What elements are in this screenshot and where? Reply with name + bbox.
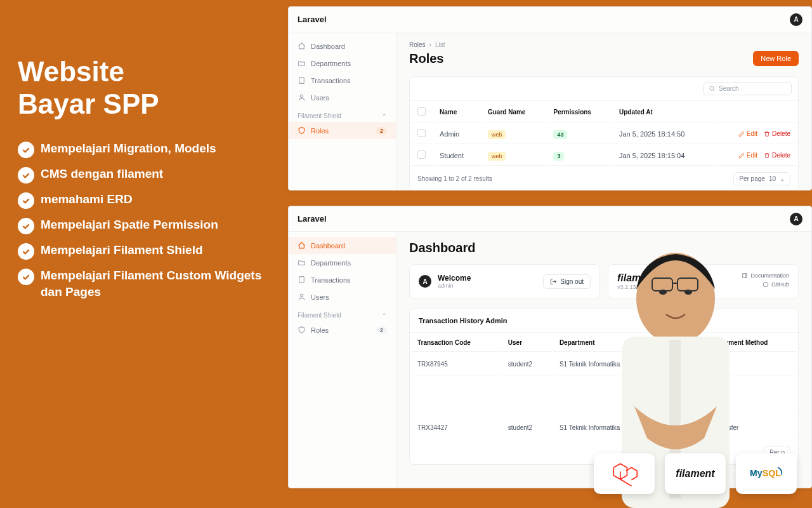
col-user[interactable]: User: [502, 334, 552, 352]
per-page-value: 10: [769, 175, 776, 182]
sidebar-item-dashboard[interactable]: Dashboard: [289, 237, 396, 254]
feature-item: Mempelajari Migration, Models: [18, 140, 284, 158]
filament-logo: filament: [617, 272, 656, 284]
chevron-down-icon: ⌄: [780, 175, 785, 182]
col-guard[interactable]: Guard Name: [481, 102, 546, 123]
edit-button[interactable]: Edit: [738, 130, 757, 137]
shield-icon: [298, 126, 306, 135]
delete-button[interactable]: Delete: [764, 152, 790, 159]
panel-header: Laravel A: [289, 206, 811, 232]
trash-icon: [764, 131, 770, 137]
sidebar-item-transactions[interactable]: Transactions: [289, 72, 396, 89]
signout-icon: [550, 278, 557, 285]
cell-dept: S1 Teknik Informatika: [553, 353, 652, 376]
permission-badge: 3: [553, 152, 564, 161]
chevron-up-icon: ⌃: [382, 312, 387, 319]
check-icon: [18, 269, 34, 285]
row-checkbox[interactable]: [417, 129, 426, 137]
col-name[interactable]: Name: [433, 102, 480, 123]
cell-user: student2: [502, 353, 552, 376]
feature-item: CMS dengan filament: [18, 166, 284, 184]
search-placeholder: Search: [719, 85, 739, 92]
sidebar-item-departments[interactable]: Departments: [289, 55, 396, 72]
col-permissions[interactable]: Permissions: [547, 102, 612, 123]
nav-label: Transactions: [311, 77, 351, 84]
avatar: A: [419, 275, 431, 288]
feature-text: Mempelajari Migration, Models: [41, 140, 216, 157]
col-method[interactable]: Payment Method: [710, 334, 797, 352]
breadcrumb-root[interactable]: Roles: [409, 41, 426, 48]
github-icon: [763, 281, 769, 288]
feature-text: memahami ERD: [41, 191, 133, 208]
nav-label: Users: [311, 94, 329, 102]
laravel-logo: [594, 453, 655, 494]
guard-badge: web: [488, 152, 506, 161]
chevron-right-icon: ›: [429, 41, 431, 48]
edit-button[interactable]: Edit: [738, 152, 757, 159]
col-updated[interactable]: Updated At: [613, 102, 713, 123]
svg-line-3: [713, 90, 714, 91]
search-input[interactable]: Search: [703, 82, 792, 95]
receipt-icon: [298, 76, 306, 84]
home-icon: [298, 241, 306, 250]
group-label: Filament Shield: [298, 312, 341, 319]
cell-code: TRX87945: [411, 353, 501, 376]
documentation-link[interactable]: Documentation: [742, 272, 789, 279]
check-icon: [18, 142, 34, 158]
users-icon: [298, 93, 306, 102]
table-row: Admin web 43 Jan 5, 2025 18:14:50 EditDe…: [411, 124, 797, 144]
nav-label: Departments: [311, 60, 351, 67]
roles-table: Name Guard Name Permissions Updated At A…: [410, 101, 798, 167]
signout-button[interactable]: Sign out: [543, 274, 591, 289]
page-title: Dashboard: [409, 241, 799, 255]
svg-point-5: [300, 294, 303, 297]
table-row: Student web 3 Jan 5, 2025 18:15:04 EditD…: [411, 145, 797, 166]
nav-label: Transactions: [311, 276, 351, 284]
chevron-up-icon: ⌃: [382, 113, 387, 119]
feature-item: Mempelajari Spatie Permission: [18, 217, 284, 234]
github-link[interactable]: GitHub: [763, 281, 789, 288]
col-code[interactable]: Transaction Code: [411, 334, 501, 352]
sidebar-item-dashboard[interactable]: Dashboard: [289, 37, 396, 55]
welcome-user: admin: [438, 283, 471, 289]
sidebar-item-roles[interactable]: Roles2: [289, 122, 396, 139]
per-page-select[interactable]: Per page 10 ⌄: [733, 172, 790, 185]
brand: Laravel: [298, 214, 327, 224]
col-sem[interactable]: Semester: [653, 334, 709, 352]
svg-rect-4: [299, 277, 304, 283]
feature-text: Mempelajari Filament Custom Widgets dan …: [41, 267, 284, 300]
sidebar-item-roles[interactable]: Roles2: [289, 321, 396, 338]
sidebar-item-departments[interactable]: Departments: [289, 254, 396, 271]
promo-panel: Website Bayar SPP Mempelajari Migration,…: [18, 56, 284, 307]
cell-updated: Jan 5, 2025 18:15:04: [613, 145, 713, 166]
new-role-button[interactable]: New Role: [753, 51, 799, 66]
row-checkbox[interactable]: [417, 150, 426, 159]
nav-group[interactable]: Filament Shield⌃: [289, 305, 396, 321]
filament-version: v3.2.132: [617, 284, 656, 290]
svg-text:SQL: SQL: [763, 468, 781, 478]
pencil-icon: [738, 131, 745, 137]
feature-item: Mempelajari Filament Shield: [18, 242, 284, 260]
shield-icon: [298, 326, 306, 334]
sidebar-item-users[interactable]: Users: [289, 89, 396, 106]
cell-name: Admin: [433, 124, 480, 144]
delete-button[interactable]: Delete: [764, 130, 790, 137]
cell-code: TRX34427: [411, 417, 501, 439]
promo-title-l1: Website: [18, 56, 284, 88]
user-avatar[interactable]: A: [790, 13, 802, 26]
user-avatar[interactable]: A: [790, 213, 802, 225]
nav-group[interactable]: Filament Shield⌃: [289, 106, 396, 122]
transaction-title: Transaction History Admin: [410, 309, 798, 333]
select-all-checkbox[interactable]: [417, 107, 426, 116]
search-icon: [709, 85, 716, 92]
home-icon: [298, 42, 306, 50]
permission-badge: 43: [553, 130, 567, 139]
sidebar-item-users[interactable]: Users: [289, 288, 396, 305]
check-icon: [18, 218, 34, 234]
check-icon: [18, 243, 34, 260]
brand: Laravel: [298, 15, 327, 24]
tech-logos: filament MySQL: [594, 453, 797, 494]
transaction-card: Transaction History Admin Transaction Co…: [409, 309, 799, 465]
col-dept[interactable]: Department: [553, 334, 652, 352]
sidebar-item-transactions[interactable]: Transactions: [289, 271, 396, 288]
